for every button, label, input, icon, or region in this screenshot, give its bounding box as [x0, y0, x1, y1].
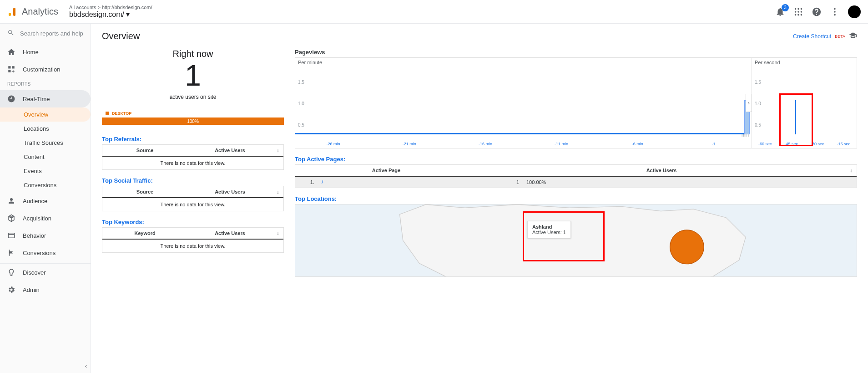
subnav-traffic[interactable]: Traffic Sources — [0, 136, 91, 150]
svg-point-12 — [834, 11, 836, 13]
svg-rect-14 — [8, 66, 10, 68]
flag-icon — [7, 249, 15, 257]
chart-baseline — [295, 133, 745, 134]
customization-icon — [7, 65, 15, 73]
collapse-sidebar-icon[interactable]: ‹ — [85, 363, 87, 369]
svg-rect-0 — [9, 13, 11, 16]
table-header: Keyword Active Users ↓ — [102, 228, 283, 240]
top-keywords-panel: Top Keywords: Keyword Active Users ↓ The… — [102, 219, 284, 253]
device-legend: DESKTOP — [102, 111, 284, 116]
property-name: bbdsdesign.com/ ▾ — [69, 10, 152, 19]
education-icon[interactable] — [849, 31, 857, 41]
home-icon — [7, 48, 15, 56]
nav-customization[interactable]: Customization — [0, 61, 91, 78]
behavior-icon — [7, 231, 15, 240]
sort-down-icon[interactable]: ↓ — [273, 145, 283, 156]
search-input[interactable]: Search reports and help — [0, 24, 91, 43]
x-axis-minute: -26 min-21 min-16 min-11 min-6 min-1 — [295, 142, 752, 146]
expand-chart-icon[interactable]: › — [746, 94, 752, 112]
subnav-overview[interactable]: Overview — [0, 107, 91, 122]
nav-home[interactable]: Home — [0, 43, 91, 61]
product-name: Analytics — [22, 6, 58, 17]
empty-state: There is no data for this view. — [102, 198, 283, 211]
map-tooltip: Ashland Active Users: 1 — [527, 221, 571, 238]
acquisition-icon — [7, 214, 15, 222]
svg-point-10 — [801, 14, 802, 15]
nav-conversions[interactable]: Conversions — [0, 244, 91, 261]
table-header: Source Active Users ↓ — [102, 186, 283, 198]
map-marker[interactable] — [670, 230, 704, 264]
nav-admin[interactable]: Admin — [0, 281, 91, 298]
top-referrals-title[interactable]: Top Referrals: — [102, 136, 284, 143]
lightbulb-icon — [7, 268, 15, 276]
subnav-content[interactable]: Content — [0, 150, 91, 164]
svg-point-11 — [834, 8, 836, 10]
svg-point-2 — [795, 8, 797, 10]
table-header: Active Page Active Users ↓ — [295, 165, 857, 177]
right-now-panel: Right now 1 active users on site DESKTOP… — [102, 49, 284, 125]
table-header: Source Active Users ↓ — [102, 145, 283, 157]
nav-realtime[interactable]: Real-Time — [0, 90, 91, 107]
device-swatch-icon — [106, 112, 109, 115]
subnav-events[interactable]: Events — [0, 164, 91, 178]
top-locations-title[interactable]: Top Locations: — [295, 195, 857, 202]
svg-point-3 — [797, 8, 799, 10]
notification-count-badge: 3 — [782, 4, 789, 11]
caret-down-icon: ▾ — [126, 10, 130, 19]
subnav-locations[interactable]: Locations — [0, 122, 91, 136]
help-icon[interactable] — [812, 7, 822, 17]
create-shortcut-link[interactable]: Create Shortcut — [793, 33, 831, 40]
person-icon — [7, 197, 15, 205]
apps-grid-icon[interactable] — [793, 7, 803, 17]
nav-discover[interactable]: Discover — [0, 264, 91, 281]
page-title: Overview — [102, 31, 140, 41]
notifications-icon[interactable]: 3 — [775, 7, 785, 17]
nav-behavior[interactable]: Behavior — [0, 227, 91, 244]
beta-badge: BETA — [835, 34, 845, 39]
product-logo[interactable]: Analytics — [7, 6, 58, 17]
svg-rect-17 — [8, 233, 15, 238]
per-second-chart: Per second 1.5 1.0 0.5 -60 sec-45 sec-30… — [752, 58, 857, 148]
svg-point-4 — [801, 8, 802, 10]
svg-rect-16 — [8, 70, 10, 72]
svg-rect-1 — [13, 8, 15, 16]
right-now-count: 1 — [102, 61, 284, 90]
sidebar: Search reports and help Home Customizati… — [0, 24, 91, 373]
sort-down-icon[interactable]: ↓ — [273, 186, 283, 197]
sort-down-icon[interactable]: ↓ — [846, 165, 857, 176]
account-switcher[interactable]: All accounts > http://bbdsdesign.com/ bb… — [69, 5, 152, 19]
right-now-title: Right now — [102, 49, 284, 59]
svg-rect-15 — [12, 66, 15, 68]
pageviews-title: Pageviews — [295, 49, 857, 56]
clock-icon — [7, 95, 15, 103]
nav-audience[interactable]: Audience — [0, 192, 91, 209]
more-vert-icon[interactable] — [830, 7, 840, 17]
top-social-title[interactable]: Top Social Traffic: — [102, 177, 284, 184]
device-bar: 100% — [102, 118, 284, 125]
app-header: Analytics All accounts > http://bbdsdesi… — [0, 0, 868, 24]
subnav-conversions[interactable]: Conversions — [0, 178, 91, 192]
active-pages-table: Active Page Active Users ↓ 1. / 1 100.00… — [295, 164, 857, 188]
sort-down-icon[interactable]: ↓ — [273, 228, 283, 239]
top-active-pages-title[interactable]: Top Active Pages: — [295, 156, 857, 163]
top-social-panel: Top Social Traffic: Source Active Users … — [102, 177, 284, 211]
svg-point-13 — [834, 14, 836, 15]
locations-map[interactable]: Ashland Active Users: 1 — [295, 204, 857, 277]
x-axis-second: -60 sec-45 sec-30 sec-15 sec — [752, 142, 857, 146]
nav-acquisition[interactable]: Acquisition — [0, 209, 91, 227]
svg-point-8 — [795, 14, 797, 15]
pageviews-charts: Per minute 1.5 1.0 0.5 min -26 min-21 mi… — [295, 57, 857, 148]
avatar[interactable] — [848, 5, 861, 18]
page-link[interactable]: / — [318, 177, 477, 188]
analytics-logo-icon — [7, 6, 18, 17]
svg-point-6 — [797, 11, 799, 13]
svg-point-7 — [801, 11, 802, 13]
gear-icon — [7, 286, 15, 294]
nav-reports-label: REPORTS — [0, 78, 91, 90]
svg-point-9 — [797, 14, 799, 15]
table-row[interactable]: 1. / 1 100.00% — [295, 177, 857, 188]
highlight-box — [779, 93, 813, 146]
top-keywords-title[interactable]: Top Keywords: — [102, 219, 284, 225]
svg-point-5 — [795, 11, 797, 13]
chart-bar — [795, 100, 796, 134]
